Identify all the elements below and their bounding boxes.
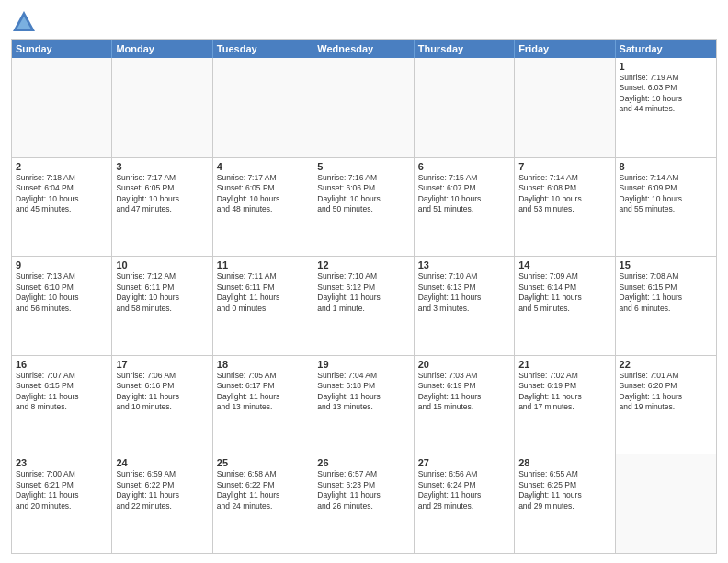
day-cell-26: 26Sunrise: 6:57 AM Sunset: 6:23 PM Dayli…	[313, 454, 414, 553]
empty-cell	[12, 58, 112, 157]
page: SundayMondayTuesdayWednesdayThursdayFrid…	[0, 0, 728, 563]
day-info: Sunrise: 7:12 AM Sunset: 6:11 PM Dayligh…	[116, 271, 208, 314]
day-number: 9	[16, 259, 108, 270]
day-cell-1: 1Sunrise: 7:19 AM Sunset: 6:03 PM Daylig…	[616, 58, 716, 157]
day-info: Sunrise: 7:13 AM Sunset: 6:10 PM Dayligh…	[16, 271, 108, 314]
day-number: 24	[116, 457, 208, 468]
header	[11, 9, 717, 35]
empty-cell	[213, 58, 313, 157]
week-row-2: 9Sunrise: 7:13 AM Sunset: 6:10 PM Daylig…	[12, 256, 716, 355]
day-cell-20: 20Sunrise: 7:03 AM Sunset: 6:19 PM Dayli…	[415, 356, 515, 454]
day-cell-9: 9Sunrise: 7:13 AM Sunset: 6:10 PM Daylig…	[12, 257, 112, 355]
day-number: 4	[217, 161, 309, 172]
day-info: Sunrise: 7:04 AM Sunset: 6:18 PM Dayligh…	[317, 371, 409, 413]
day-number: 10	[116, 259, 208, 270]
day-number: 13	[418, 259, 510, 270]
day-number: 21	[518, 359, 610, 370]
day-number: 2	[16, 161, 108, 172]
day-info: Sunrise: 7:17 AM Sunset: 6:05 PM Dayligh…	[217, 173, 309, 215]
day-number: 8	[620, 161, 712, 172]
day-number: 15	[620, 259, 712, 270]
day-info: Sunrise: 7:05 AM Sunset: 6:17 PM Dayligh…	[217, 371, 309, 413]
day-number: 27	[418, 457, 510, 468]
day-info: Sunrise: 7:10 AM Sunset: 6:12 PM Dayligh…	[317, 271, 409, 314]
day-cell-10: 10Sunrise: 7:12 AM Sunset: 6:11 PM Dayli…	[112, 257, 212, 355]
day-cell-24: 24Sunrise: 6:59 AM Sunset: 6:22 PM Dayli…	[112, 454, 212, 553]
header-day-thursday: Thursday	[415, 40, 515, 58]
day-info: Sunrise: 7:18 AM Sunset: 6:04 PM Dayligh…	[16, 173, 108, 215]
day-number: 6	[418, 161, 510, 172]
day-info: Sunrise: 6:55 AM Sunset: 6:25 PM Dayligh…	[518, 469, 610, 511]
empty-cell	[313, 58, 414, 157]
empty-cell	[415, 58, 515, 157]
day-cell-19: 19Sunrise: 7:04 AM Sunset: 6:18 PM Dayli…	[313, 356, 414, 454]
day-cell-14: 14Sunrise: 7:09 AM Sunset: 6:14 PM Dayli…	[515, 257, 615, 355]
week-row-3: 16Sunrise: 7:07 AM Sunset: 6:15 PM Dayli…	[12, 355, 716, 454]
day-number: 11	[217, 259, 309, 270]
day-number: 23	[16, 457, 108, 468]
day-cell-16: 16Sunrise: 7:07 AM Sunset: 6:15 PM Dayli…	[12, 356, 112, 454]
day-info: Sunrise: 7:01 AM Sunset: 6:20 PM Dayligh…	[620, 371, 712, 413]
day-cell-6: 6Sunrise: 7:15 AM Sunset: 6:07 PM Daylig…	[415, 158, 515, 257]
day-info: Sunrise: 6:59 AM Sunset: 6:22 PM Dayligh…	[116, 469, 208, 511]
day-info: Sunrise: 7:03 AM Sunset: 6:19 PM Dayligh…	[418, 371, 510, 413]
header-day-saturday: Saturday	[616, 40, 716, 58]
day-number: 5	[317, 161, 409, 172]
week-row-4: 23Sunrise: 7:00 AM Sunset: 6:21 PM Dayli…	[12, 454, 716, 553]
day-info: Sunrise: 6:57 AM Sunset: 6:23 PM Dayligh…	[317, 469, 409, 511]
day-cell-4: 4Sunrise: 7:17 AM Sunset: 6:05 PM Daylig…	[213, 158, 313, 257]
week-row-1: 2Sunrise: 7:18 AM Sunset: 6:04 PM Daylig…	[12, 157, 716, 257]
day-cell-13: 13Sunrise: 7:10 AM Sunset: 6:13 PM Dayli…	[415, 257, 515, 355]
header-day-sunday: Sunday	[12, 40, 112, 58]
day-cell-18: 18Sunrise: 7:05 AM Sunset: 6:17 PM Dayli…	[213, 356, 313, 454]
day-cell-28: 28Sunrise: 6:55 AM Sunset: 6:25 PM Dayli…	[515, 454, 615, 553]
day-info: Sunrise: 7:15 AM Sunset: 6:07 PM Dayligh…	[418, 173, 510, 215]
empty-cell	[112, 58, 212, 157]
day-info: Sunrise: 7:17 AM Sunset: 6:05 PM Dayligh…	[116, 173, 208, 215]
day-cell-12: 12Sunrise: 7:10 AM Sunset: 6:12 PM Dayli…	[313, 257, 414, 355]
day-number: 25	[217, 457, 309, 468]
day-number: 28	[518, 457, 610, 468]
day-info: Sunrise: 7:16 AM Sunset: 6:06 PM Dayligh…	[317, 173, 409, 215]
day-cell-3: 3Sunrise: 7:17 AM Sunset: 6:05 PM Daylig…	[112, 158, 212, 257]
day-cell-7: 7Sunrise: 7:14 AM Sunset: 6:08 PM Daylig…	[515, 158, 615, 257]
header-day-monday: Monday	[112, 40, 212, 58]
day-number: 18	[217, 359, 309, 370]
day-info: Sunrise: 7:19 AM Sunset: 6:03 PM Dayligh…	[620, 73, 712, 115]
day-info: Sunrise: 7:14 AM Sunset: 6:08 PM Dayligh…	[518, 173, 610, 215]
empty-cell	[616, 454, 716, 553]
day-info: Sunrise: 7:14 AM Sunset: 6:09 PM Dayligh…	[620, 173, 712, 215]
day-number: 19	[317, 359, 409, 370]
day-info: Sunrise: 7:10 AM Sunset: 6:13 PM Dayligh…	[418, 271, 510, 314]
day-cell-2: 2Sunrise: 7:18 AM Sunset: 6:04 PM Daylig…	[12, 158, 112, 257]
day-cell-17: 17Sunrise: 7:06 AM Sunset: 6:16 PM Dayli…	[112, 356, 212, 454]
calendar-header: SundayMondayTuesdayWednesdayThursdayFrid…	[12, 40, 716, 58]
day-info: Sunrise: 7:00 AM Sunset: 6:21 PM Dayligh…	[16, 469, 108, 511]
day-number: 16	[16, 359, 108, 370]
header-day-wednesday: Wednesday	[313, 40, 414, 58]
day-info: Sunrise: 7:06 AM Sunset: 6:16 PM Dayligh…	[116, 371, 208, 413]
day-cell-23: 23Sunrise: 7:00 AM Sunset: 6:21 PM Dayli…	[12, 454, 112, 553]
day-info: Sunrise: 6:56 AM Sunset: 6:24 PM Dayligh…	[418, 469, 510, 511]
header-day-tuesday: Tuesday	[213, 40, 313, 58]
day-info: Sunrise: 7:02 AM Sunset: 6:19 PM Dayligh…	[518, 371, 610, 413]
day-info: Sunrise: 6:58 AM Sunset: 6:22 PM Dayligh…	[217, 469, 309, 511]
day-cell-21: 21Sunrise: 7:02 AM Sunset: 6:19 PM Dayli…	[515, 356, 615, 454]
logo-icon	[11, 9, 37, 35]
day-number: 3	[116, 161, 208, 172]
day-number: 20	[418, 359, 510, 370]
day-number: 7	[518, 161, 610, 172]
day-cell-8: 8Sunrise: 7:14 AM Sunset: 6:09 PM Daylig…	[616, 158, 716, 257]
calendar: SundayMondayTuesdayWednesdayThursdayFrid…	[11, 39, 717, 554]
header-day-friday: Friday	[515, 40, 615, 58]
day-cell-15: 15Sunrise: 7:08 AM Sunset: 6:15 PM Dayli…	[616, 257, 716, 355]
day-number: 12	[317, 259, 409, 270]
day-info: Sunrise: 7:09 AM Sunset: 6:14 PM Dayligh…	[518, 271, 610, 314]
day-number: 1	[620, 61, 712, 72]
day-info: Sunrise: 7:08 AM Sunset: 6:15 PM Dayligh…	[620, 271, 712, 314]
day-number: 14	[518, 259, 610, 270]
day-cell-25: 25Sunrise: 6:58 AM Sunset: 6:22 PM Dayli…	[213, 454, 313, 553]
calendar-body: 1Sunrise: 7:19 AM Sunset: 6:03 PM Daylig…	[12, 58, 716, 553]
day-cell-27: 27Sunrise: 6:56 AM Sunset: 6:24 PM Dayli…	[415, 454, 515, 553]
empty-cell	[515, 58, 615, 157]
